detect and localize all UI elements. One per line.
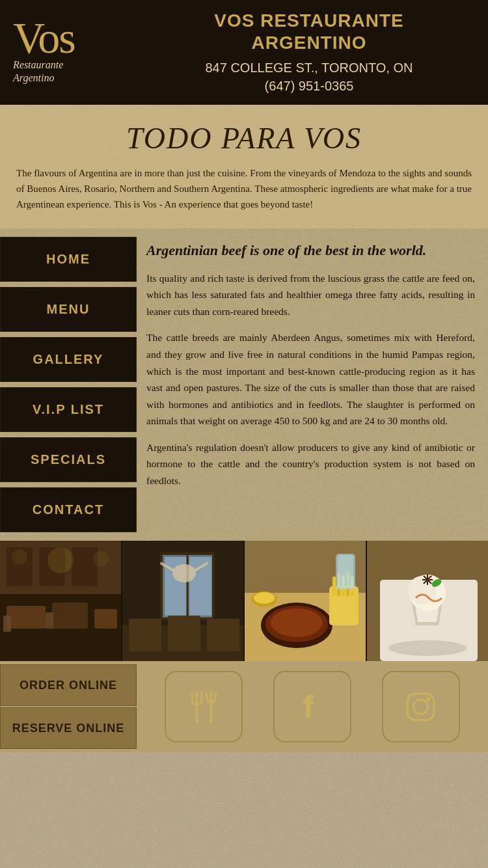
svg-rect-24 (129, 619, 161, 651)
content-paragraph-3: Argentina's regulation doesn't allow pro… (146, 439, 475, 489)
instagram-icon-box[interactable] (382, 671, 460, 742)
svg-rect-6 (46, 612, 53, 629)
bottom-section: ORDER ONLINE RESERVE ONLINE f (0, 661, 488, 752)
svg-point-39 (254, 592, 275, 604)
header: Vos Restaurante Argentino VOS RESTAURANT… (0, 0, 488, 105)
fork-knife-icon (186, 689, 222, 725)
tagline-section: TODO PARA VOS The flavours of Argentina … (0, 105, 488, 228)
restaurant-address: 847 COLLEGE ST., TORONTO, ON (647) 951-0… (143, 59, 475, 95)
facebook-icon: f (294, 689, 330, 725)
reserve-online-button[interactable]: RESERVE ONLINE (0, 707, 137, 749)
svg-point-61 (414, 699, 428, 714)
svg-point-31 (271, 608, 323, 637)
restaurant-name: VOS RESTAURANTE ARGENTINO (143, 10, 475, 53)
logo-subtitle: Restaurante Argentino (13, 59, 143, 86)
svg-rect-2 (7, 606, 46, 629)
svg-point-52 (426, 578, 429, 582)
order-online-button[interactable]: ORDER ONLINE (0, 664, 137, 706)
svg-point-13 (93, 551, 109, 567)
svg-rect-25 (168, 616, 200, 651)
svg-rect-4 (94, 609, 117, 629)
sidebar-item-specials[interactable]: SPECIALS (0, 437, 137, 482)
svg-point-20 (172, 564, 196, 582)
sidebar-item-menu[interactable]: MENU (0, 287, 137, 332)
bottom-nav: ORDER ONLINE RESERVE ONLINE (0, 661, 137, 752)
svg-point-54 (388, 640, 467, 656)
gallery-photo-1[interactable] (0, 541, 121, 661)
svg-rect-41 (338, 555, 353, 588)
content-headline: Argentinian beef is one of the best in t… (146, 241, 475, 260)
gallery-photo-3[interactable] (245, 541, 366, 661)
svg-rect-26 (207, 619, 239, 651)
sidebar-item-home[interactable]: HOME (0, 237, 137, 282)
social-icons-area: f (137, 661, 488, 752)
tagline-title: TODO PARA VOS (13, 121, 475, 156)
content-paragraph-1: Its quality and rich taste is derived fr… (146, 270, 475, 320)
svg-text:f: f (303, 690, 314, 724)
svg-point-11 (47, 547, 74, 573)
sidebar-item-vip[interactable]: V.I.P LIST (0, 387, 137, 432)
menu-social-icon-box[interactable] (165, 671, 243, 742)
svg-rect-10 (72, 547, 98, 586)
svg-rect-3 (52, 603, 88, 629)
sidebar-item-contact[interactable]: CONTACT (0, 487, 137, 532)
logo-vos: Vos (13, 20, 143, 57)
content-area: Argentinian beef is one of the best in t… (137, 228, 488, 541)
svg-point-62 (426, 697, 430, 701)
svg-rect-33 (332, 576, 336, 596)
header-info: VOS RESTAURANTE ARGENTINO 847 COLLEGE ST… (143, 10, 475, 95)
content-paragraph-2: The cattle breeds are mainly Aberdeen An… (146, 329, 475, 429)
sidebar-item-gallery[interactable]: GALLERY (0, 337, 137, 382)
tagline-description: The flavours of Argentina are in more th… (16, 165, 472, 212)
gallery-photo-2[interactable] (122, 541, 243, 661)
sidebar-nav: HOME MENU GALLERY V.I.P LIST SPECIALS CO… (0, 228, 137, 541)
gallery-photo-4[interactable] (367, 541, 488, 661)
gallery-row (0, 541, 488, 661)
facebook-icon-box[interactable]: f (273, 671, 351, 742)
svg-rect-5 (3, 616, 11, 632)
svg-point-12 (12, 549, 27, 565)
main-content: HOME MENU GALLERY V.I.P LIST SPECIALS CO… (0, 228, 488, 541)
instagram-icon (403, 689, 439, 725)
logo-container: Vos Restaurante Argentino (13, 20, 143, 85)
